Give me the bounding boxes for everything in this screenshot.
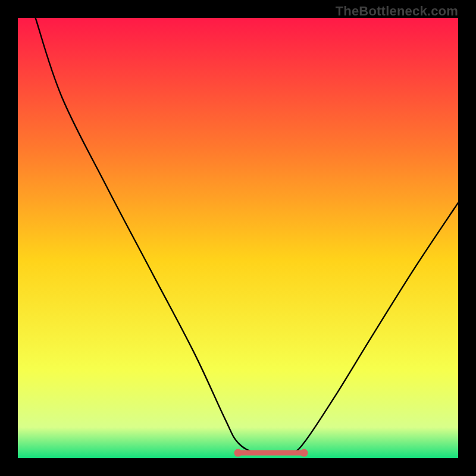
gradient-background <box>18 18 458 458</box>
chart-svg <box>18 18 458 458</box>
watermark-text: TheBottleneck.com <box>336 4 458 19</box>
chart-frame: { "watermark": "TheBottleneck.com", "col… <box>0 0 476 476</box>
marker-dot-right <box>300 449 308 457</box>
plot-area <box>18 18 458 458</box>
marker-dot-left <box>234 449 242 457</box>
